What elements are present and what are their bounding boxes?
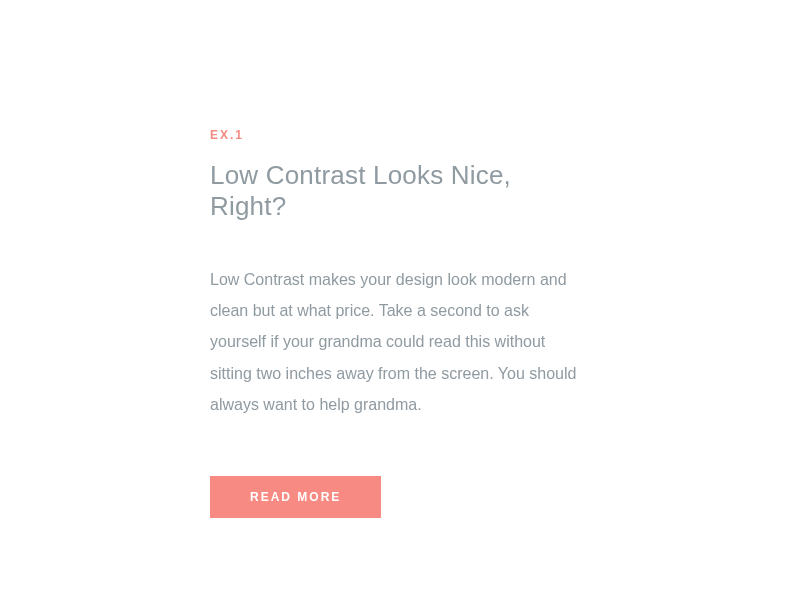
article-body: Low Contrast makes your design look mode…: [210, 264, 580, 420]
article-container: EX.1 Low Contrast Looks Nice, Right? Low…: [0, 0, 590, 518]
article-heading: Low Contrast Looks Nice, Right?: [210, 160, 590, 222]
example-label: EX.1: [210, 128, 590, 142]
read-more-button[interactable]: READ MORE: [210, 476, 381, 518]
